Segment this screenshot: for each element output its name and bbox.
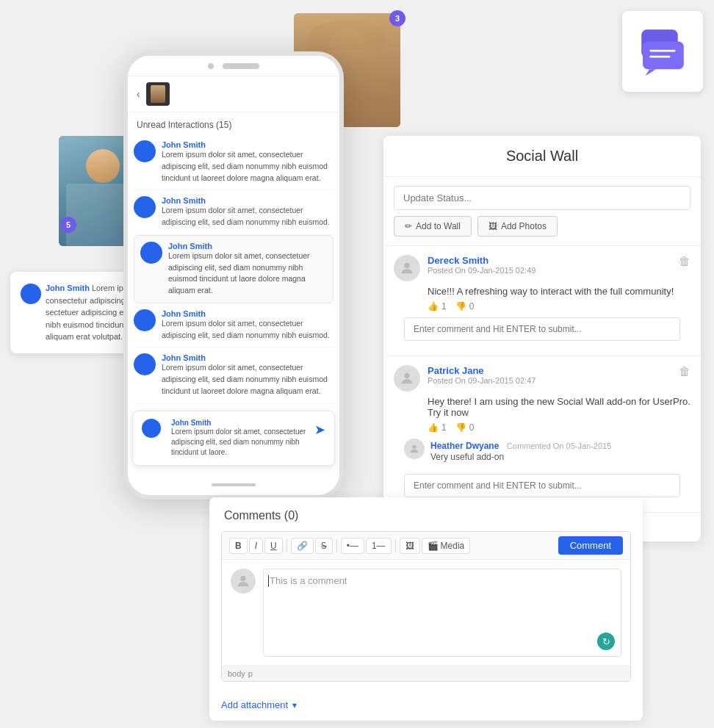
post-header: Dereck Smith Posted On 09-Jan-2015 02:49… [394,255,690,281]
post-text: Nice!!! A refreshing way to interact wit… [428,286,690,297]
like-reaction[interactable]: 👍 1 [428,301,447,311]
send-icon[interactable]: ➤ [314,422,325,438]
phone-msg-avatar [134,140,156,162]
toolbar-divider [336,539,337,552]
phone-user-avatar [146,82,170,106]
like-reaction[interactable]: 👍 1 [428,422,447,433]
phone-msg-name: John Smith [162,196,333,205]
media-button[interactable]: 🎬 Media [422,538,471,554]
phone-bottom-avatar [142,419,161,438]
editor-content-area[interactable]: This is a comment ↻ [263,569,621,657]
post-text: Hey there! I am using the new Social Wal… [428,396,690,418]
phone-dot [208,63,214,69]
back-arrow-icon[interactable]: ‹ [137,88,140,100]
comment-input[interactable] [404,317,680,341]
social-wall-buttons: ✏ Add to Wall 🖼 Add Photos [383,216,701,245]
link-button[interactable]: 🔗 [291,538,314,554]
phone-bottom-name: John Smith [171,419,309,427]
phone-msg-text: Lorem ipsum dolor sit amet, consectetuer… [162,149,333,184]
comment-submit-button[interactable]: Comment [558,536,623,555]
svg-marker-4 [646,69,656,76]
phone-mockup: ‹ Unread Interactions (15) John Smith Lo… [123,51,344,500]
phone-notch [128,56,339,76]
post-comment: Heather Dwyane Commented On 05-Jan-2015 … [394,433,690,468]
dislike-count: 0 [469,422,475,433]
phone-message-row: John Smith Lorem ipsum dolor sit amet, c… [134,134,333,190]
post-reactions: 👍 1 👎 0 [428,422,690,433]
phone-message-row: John Smith Lorem ipsum dolor sit amet, c… [134,190,333,235]
bg-chat-name: John Smith [46,284,90,292]
post-date: Posted On 09-Jan-2015 02:47 [428,376,671,385]
svg-rect-1 [643,42,684,70]
editor-footer: body p [222,666,630,681]
phone-msg-name: John Smith [162,309,333,318]
italic-button[interactable]: I [249,538,263,554]
image-button[interactable]: 🖼 [400,538,420,554]
bg-chat-avatar [21,284,41,304]
like-count: 1 [441,422,447,433]
comment-text: Very useful add-on [430,452,611,462]
phone-bottom-chat: John Smith Lorem ipsum dolor sit amet, c… [132,411,335,466]
add-photos-button[interactable]: 🖼 Add Photos [477,216,558,237]
svg-point-8 [240,576,245,581]
editor-refresh-btn[interactable]: ↻ [597,633,615,650]
phone-pill [223,63,259,69]
post-avatar [394,255,420,281]
chat-bubble-icon [636,25,689,78]
editor-body-area: This is a comment ↻ [222,560,630,666]
post-header: Patrick Jane Posted On 09-Jan-2015 02:47… [394,365,690,392]
unordered-list-button[interactable]: •— [341,538,364,554]
social-wall-post: Dereck Smith Posted On 09-Jan-2015 02:49… [383,245,701,356]
thumbs-up-icon: 👍 [428,422,439,433]
add-attachment-row: Add attachment ▾ [209,693,643,721]
underline-button[interactable]: U [264,538,283,554]
phone-home-bar [212,483,256,486]
notification-badge-5: 5 [60,217,76,233]
editor-body-tag: body [228,669,245,678]
social-wall-title: Social Wall [383,136,701,177]
toolbar-divider [286,539,287,552]
status-update-input[interactable] [394,186,690,210]
phone-msg-text: Lorem ipsum dolor sit amet, consectetuer… [162,205,333,228]
photo-icon: 🖼 [488,221,497,231]
phone-msg-text: Lorem ipsum dolor sit amet, consectetuer… [162,362,333,397]
comments-section: Comments (0) B I U 🔗 S̶ •— 1— 🖼 🎬 Media [209,497,643,721]
ordered-list-button[interactable]: 1— [366,538,392,554]
toolbar-divider [395,539,396,552]
phone-msg-text: Lorem ipsum dolor sit amet, consectetuer… [162,318,333,342]
comment-input[interactable] [404,474,680,497]
phone-msg-avatar [140,242,162,264]
notification-badge-3: 3 [389,10,405,26]
phone-bottom-text: Lorem ipsum dolor sit amet, consectetuer… [171,427,309,458]
comment-editor: B I U 🔗 S̶ •— 1— 🖼 🎬 Media Comment [221,531,631,682]
phone-message-row: John Smith Lorem ipsum dolor sit amet, c… [134,235,333,303]
phone-header: ‹ [128,76,339,112]
like-count: 1 [441,301,447,311]
strikethrough-button[interactable]: S̶ [315,538,333,554]
dislike-reaction[interactable]: 👎 0 [455,422,475,433]
dislike-reaction[interactable]: 👎 0 [455,301,475,311]
phone-msg-name: John Smith [162,353,333,362]
chat-icon-box [622,11,703,92]
post-reactions: 👍 1 👎 0 [428,301,690,311]
thumbs-up-icon: 👍 [428,301,439,311]
media-icon: 🎬 [428,541,439,551]
thumbs-down-icon: 👎 [455,422,466,433]
phone-msg-name: John Smith [162,140,333,149]
phone-unread-title: Unread Interactions (15) [128,112,339,134]
delete-post-icon[interactable]: 🗑 [679,365,690,378]
editor-cursor [268,575,269,587]
comments-section-title: Comments (0) [209,497,643,531]
post-author-name: Dereck Smith [428,255,671,266]
phone-msg-text: Lorem ipsum dolor sit amet, consectetuer… [168,251,327,297]
editor-avatar [231,569,256,594]
phone-msg-avatar [134,309,156,331]
svg-point-6 [404,373,409,378]
post-date: Posted On 09-Jan-2015 02:49 [428,266,671,275]
editor-placeholder: This is a comment [270,575,347,586]
svg-point-5 [404,263,409,268]
delete-post-icon[interactable]: 🗑 [679,255,690,268]
add-to-wall-button[interactable]: ✏ Add to Wall [394,216,472,237]
bold-button[interactable]: B [229,538,248,554]
add-attachment-link[interactable]: Add attachment [221,699,288,710]
